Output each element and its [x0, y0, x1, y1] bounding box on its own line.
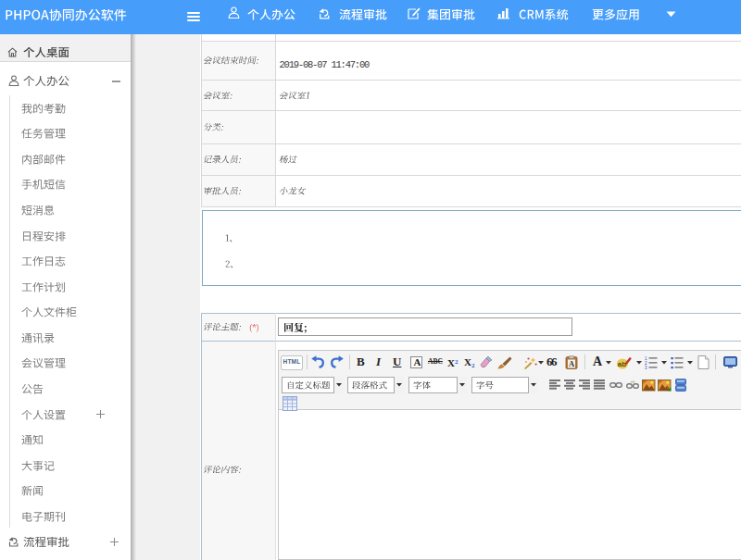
svg-text:3: 3 [645, 366, 647, 369]
svg-text:A: A [569, 359, 575, 368]
